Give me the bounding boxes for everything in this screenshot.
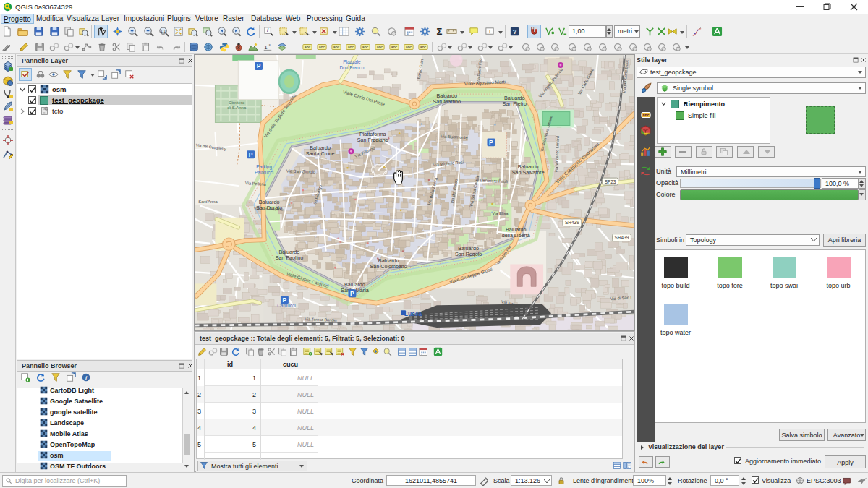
svg-text:Sant'Anna: Sant'Anna <box>198 200 218 204</box>
svg-text:abc: abc <box>642 113 649 117</box>
svg-text:T: T <box>488 28 492 35</box>
svg-text:P: P <box>257 62 261 69</box>
svg-text:abc: abc <box>305 45 311 49</box>
svg-text:abc: abc <box>377 45 383 49</box>
svg-text:BaluardoSan Paolino: BaluardoSan Paolino <box>276 249 304 261</box>
svg-text:?: ? <box>513 28 517 35</box>
svg-text:BaluardoSan Pietro: BaluardoSan Pietro <box>503 95 527 107</box>
svg-text:abc: abc <box>362 45 369 49</box>
svg-text:Via Elisa: Via Elisa <box>492 211 509 215</box>
svg-text:SP23: SP23 <box>605 179 616 184</box>
svg-text:abc: abc <box>319 45 326 49</box>
svg-text:Lucca: Lucca <box>404 310 422 317</box>
svg-text:1: 1 <box>264 44 267 51</box>
svg-text:SR439: SR439 <box>565 220 579 225</box>
svg-text:Baluardodella Libertà: Baluardodella Libertà <box>502 227 530 239</box>
svg-text:PiattaformaSan Frediano: PiattaformaSan Frediano <box>357 132 388 143</box>
svg-text:Carducci: Carducci <box>277 303 295 308</box>
svg-text:abc: abc <box>391 45 398 49</box>
svg-text:°: ° <box>268 43 271 48</box>
svg-text:abc: abc <box>348 45 354 49</box>
svg-text:Cimiterodi S.Anna: Cimiterodi S.Anna <box>227 100 247 110</box>
svg-text:SR439: SR439 <box>615 235 629 240</box>
svg-text:BaluardoSanta Croce: BaluardoSanta Croce <box>306 145 335 157</box>
svg-text:Σ: Σ <box>437 26 443 37</box>
svg-text:1:1: 1:1 <box>161 29 166 33</box>
svg-text:P: P <box>283 296 287 304</box>
svg-text:P: P <box>350 290 354 297</box>
svg-text:abc: abc <box>420 45 427 49</box>
svg-text:abc: abc <box>333 45 340 49</box>
svg-text:BaluardoSan Regolo: BaluardoSan Regolo <box>455 246 482 257</box>
svg-text:PlazzaleDon Franco: PlazzaleDon Franco <box>340 59 365 70</box>
svg-text:P: P <box>249 151 253 158</box>
svg-text:BaluardoSan Martino: BaluardoSan Martino <box>433 93 461 105</box>
svg-text:P: P <box>489 139 493 146</box>
svg-text:ParkingPalatucci: ParkingPalatucci <box>255 164 273 175</box>
svg-text:abc: abc <box>406 45 412 49</box>
